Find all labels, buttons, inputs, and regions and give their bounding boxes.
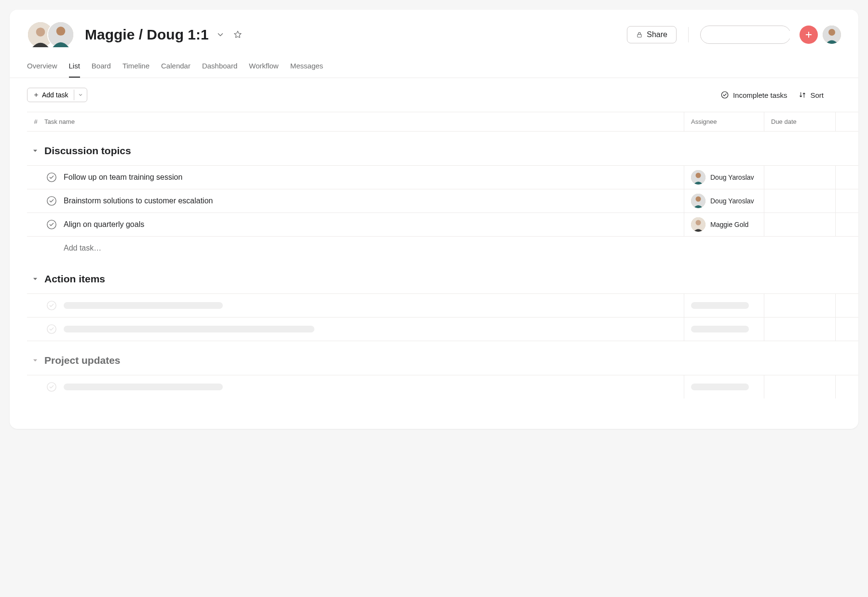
share-button[interactable]: Share xyxy=(627,26,677,43)
task-name[interactable]: Brainstorm solutions to customer escalat… xyxy=(64,197,684,205)
tab-workflow[interactable]: Workflow xyxy=(249,57,278,78)
project-menu-chevron[interactable] xyxy=(215,29,226,40)
task-row[interactable]: Brainstorm solutions to customer escalat… xyxy=(27,189,858,212)
col-header-end xyxy=(835,112,858,131)
due-cell[interactable] xyxy=(764,213,835,236)
svg-point-7 xyxy=(828,29,835,36)
complete-checkbox[interactable] xyxy=(46,172,57,183)
tab-calendar[interactable]: Calendar xyxy=(161,57,190,78)
tab-overview[interactable]: Overview xyxy=(27,57,57,78)
check-circle-icon xyxy=(720,91,729,99)
assignee-cell-placeholder xyxy=(684,294,764,317)
chevron-down-icon xyxy=(216,30,225,39)
triangle-down-icon xyxy=(32,147,39,154)
col-header-due[interactable]: Due date xyxy=(764,112,835,131)
filter-incomplete-button[interactable]: Incomplete tasks xyxy=(720,91,787,99)
due-cell[interactable] xyxy=(764,189,835,212)
task-row-placeholder xyxy=(27,317,858,341)
assignee-name: Maggie Gold xyxy=(710,221,748,228)
svg-point-1 xyxy=(36,27,45,37)
header-divider xyxy=(688,27,689,42)
tab-timeline[interactable]: Timeline xyxy=(122,57,149,78)
sort-label: Sort xyxy=(810,91,824,99)
tab-board[interactable]: Board xyxy=(92,57,111,78)
svg-point-3 xyxy=(56,27,66,36)
assignee-avatar xyxy=(691,170,705,185)
section-collapse-toggle[interactable] xyxy=(32,276,39,282)
add-task-dropdown[interactable] xyxy=(74,90,87,100)
project-tabs: Overview List Board Timeline Calendar Da… xyxy=(10,53,858,78)
task-name-placeholder xyxy=(64,326,684,332)
col-header-number[interactable]: # xyxy=(27,112,44,131)
tab-messages[interactable]: Messages xyxy=(290,57,323,78)
row-end-cell xyxy=(835,375,858,398)
assignee-name: Doug Yaroslav xyxy=(710,197,754,205)
column-headers: # Task name Assignee Due date xyxy=(27,112,858,132)
current-user-avatar[interactable] xyxy=(823,26,841,44)
favorite-button[interactable] xyxy=(232,29,244,40)
row-end-cell xyxy=(835,166,858,189)
section-title[interactable]: Action items xyxy=(44,273,105,285)
filter-label: Incomplete tasks xyxy=(733,91,787,99)
share-button-label: Share xyxy=(647,30,667,39)
col-header-name[interactable]: Task name xyxy=(44,112,684,131)
add-task-button-group: Add task xyxy=(27,88,87,102)
task-name-placeholder xyxy=(64,302,684,309)
plus-icon xyxy=(804,30,813,39)
section-title[interactable]: Project updates xyxy=(44,355,121,366)
star-icon xyxy=(233,30,243,40)
section-header-project-updates: Project updates xyxy=(27,341,858,375)
assignee-cell[interactable]: Maggie Gold xyxy=(684,213,764,236)
row-end-cell xyxy=(835,318,858,341)
add-task-button[interactable]: Add task xyxy=(27,88,74,102)
complete-checkbox xyxy=(46,300,57,311)
project-title[interactable]: Maggie / Doug 1:1 xyxy=(85,27,209,43)
check-circle-icon xyxy=(46,219,57,230)
section-title[interactable]: Discussion topics xyxy=(44,145,131,157)
assignee-cell-placeholder xyxy=(684,375,764,398)
svg-rect-4 xyxy=(637,34,641,37)
sort-button[interactable]: Sort xyxy=(799,91,824,99)
task-name[interactable]: Align on quarterly goals xyxy=(64,220,684,229)
col-header-assignee[interactable]: Assignee xyxy=(684,112,764,131)
check-circle-icon xyxy=(46,172,57,183)
quick-add-button[interactable] xyxy=(800,26,818,44)
assignee-cell[interactable]: Doug Yaroslav xyxy=(684,166,764,189)
row-end-cell xyxy=(835,294,858,317)
plus-icon xyxy=(33,92,39,98)
task-row-placeholder xyxy=(27,375,858,398)
assignee-cell[interactable]: Doug Yaroslav xyxy=(684,189,764,212)
complete-checkbox xyxy=(46,382,57,392)
section-collapse-toggle[interactable] xyxy=(32,147,39,154)
task-row[interactable]: Align on quarterly goals Maggie Gold xyxy=(27,212,858,237)
assignee-name: Doug Yaroslav xyxy=(710,173,754,181)
check-circle-icon xyxy=(46,300,57,311)
lock-icon xyxy=(636,31,643,39)
assignee-avatar xyxy=(691,217,705,232)
due-cell xyxy=(764,294,835,317)
task-row[interactable]: Follow up on team training session Doug … xyxy=(27,165,858,189)
project-header: Maggie / Doug 1:1 Share xyxy=(10,10,858,53)
search-box[interactable] xyxy=(700,26,791,44)
search-input[interactable] xyxy=(711,31,796,39)
task-row-placeholder xyxy=(27,293,858,317)
complete-checkbox[interactable] xyxy=(46,196,57,206)
section-collapse-toggle[interactable] xyxy=(32,357,39,364)
check-circle-icon xyxy=(46,196,57,206)
add-task-label: Add task xyxy=(42,91,68,99)
check-circle-icon xyxy=(46,382,57,392)
due-cell xyxy=(764,318,835,341)
row-end-cell xyxy=(835,189,858,212)
due-cell[interactable] xyxy=(764,166,835,189)
task-table: # Task name Assignee Due date Discussion… xyxy=(10,112,858,398)
tab-list[interactable]: List xyxy=(69,57,80,78)
chevron-down-icon xyxy=(78,93,83,97)
task-name[interactable]: Follow up on team training session xyxy=(64,173,684,182)
member-avatar-doug[interactable] xyxy=(47,21,74,48)
due-cell xyxy=(764,375,835,398)
add-task-inline[interactable]: Add task… xyxy=(27,237,858,260)
tab-dashboard[interactable]: Dashboard xyxy=(202,57,237,78)
check-circle-icon xyxy=(46,324,57,334)
complete-checkbox[interactable] xyxy=(46,219,57,230)
triangle-down-icon xyxy=(32,276,39,282)
